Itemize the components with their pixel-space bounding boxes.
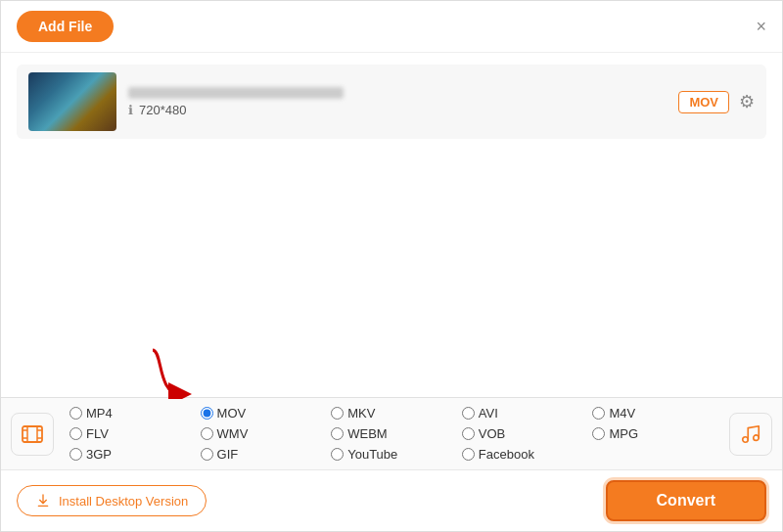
format-option-mp4[interactable]: MP4 bbox=[66, 404, 197, 422]
info-icon: ℹ bbox=[128, 103, 133, 117]
file-name-row bbox=[128, 87, 667, 99]
install-desktop-button[interactable]: Install Desktop Version bbox=[17, 485, 207, 516]
format-option-webm[interactable]: WEBM bbox=[327, 424, 458, 443]
file-item: ℹ 720*480 MOV ⚙ bbox=[17, 65, 766, 139]
format-option-facebook[interactable]: Facebook bbox=[458, 445, 589, 464]
format-option-m4v[interactable]: M4V bbox=[588, 404, 719, 422]
format-badge[interactable]: MOV bbox=[678, 91, 729, 113]
music-icon bbox=[740, 423, 761, 445]
format-option-vob[interactable]: VOB bbox=[458, 424, 589, 443]
audio-format-tab[interactable] bbox=[729, 413, 772, 456]
arrow-area bbox=[1, 348, 782, 397]
bottom-panel: MP4 MOV MKV AVI M4V bbox=[1, 397, 782, 470]
settings-icon[interactable]: ⚙ bbox=[739, 91, 755, 112]
download-icon bbox=[35, 493, 51, 509]
format-option-avi[interactable]: AVI bbox=[458, 404, 589, 422]
file-area: ℹ 720*480 MOV ⚙ bbox=[1, 53, 782, 348]
convert-button[interactable]: Convert bbox=[606, 480, 766, 521]
format-selector: MP4 MOV MKV AVI M4V bbox=[1, 398, 782, 470]
format-options-grid: MP4 MOV MKV AVI M4V bbox=[66, 404, 719, 464]
svg-rect-1 bbox=[23, 426, 42, 442]
top-bar: Add File × bbox=[1, 1, 782, 53]
format-option-3gp[interactable]: 3GP bbox=[66, 445, 197, 464]
format-option-youtube[interactable]: YouTube bbox=[327, 445, 458, 464]
format-option-wmv[interactable]: WMV bbox=[197, 424, 328, 443]
file-name bbox=[128, 87, 344, 99]
file-info: ℹ 720*480 bbox=[128, 87, 667, 117]
format-option-flv[interactable]: FLV bbox=[66, 424, 197, 443]
footer: Install Desktop Version Convert bbox=[1, 470, 782, 531]
file-thumbnail bbox=[28, 72, 116, 131]
video-format-tab[interactable] bbox=[11, 413, 54, 456]
format-option-mpg[interactable]: MPG bbox=[588, 424, 719, 443]
svg-point-9 bbox=[754, 434, 760, 440]
film-icon bbox=[21, 422, 44, 446]
svg-point-8 bbox=[743, 436, 749, 442]
main-window: Add File × ℹ 720*480 MOV ⚙ bbox=[0, 0, 783, 532]
thumbnail-image bbox=[28, 72, 116, 131]
install-label: Install Desktop Version bbox=[59, 494, 188, 509]
file-meta: ℹ 720*480 bbox=[128, 103, 667, 117]
file-actions: MOV ⚙ bbox=[678, 91, 755, 113]
format-option-mov[interactable]: MOV bbox=[197, 404, 328, 422]
file-resolution: 720*480 bbox=[139, 103, 186, 117]
format-option-mkv[interactable]: MKV bbox=[327, 404, 458, 422]
arrow-svg bbox=[143, 345, 221, 399]
format-option-gif[interactable]: GIF bbox=[197, 445, 328, 464]
add-file-button[interactable]: Add File bbox=[17, 11, 114, 42]
close-button[interactable]: × bbox=[756, 18, 766, 35]
